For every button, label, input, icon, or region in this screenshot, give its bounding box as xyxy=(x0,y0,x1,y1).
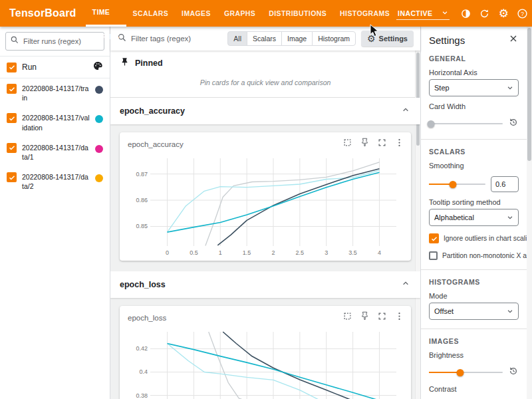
window-scrollbar[interactable] xyxy=(527,27,532,399)
run-checkbox[interactable] xyxy=(7,84,17,94)
epoch-accuracy-chart[interactable]: 00.511.522.533.540.850.860.87 xyxy=(126,153,404,258)
pin-card-icon[interactable] xyxy=(360,138,370,150)
svg-text:0: 0 xyxy=(166,249,169,256)
svg-text:0.4: 0.4 xyxy=(139,368,148,375)
run-color-dot xyxy=(95,174,103,182)
help-icon[interactable]: ? xyxy=(515,5,530,22)
svg-text:1.5: 1.5 xyxy=(243,249,251,256)
tab-images[interactable]: IMAGES xyxy=(175,0,217,27)
slider-thumb[interactable] xyxy=(449,181,456,188)
svg-text:2.5: 2.5 xyxy=(296,249,305,256)
settings-button[interactable]: ⚙ Settings xyxy=(361,31,414,47)
reset-icon[interactable] xyxy=(508,117,519,130)
run-row-train[interactable]: 20220808-141317/train xyxy=(0,78,110,108)
app-header: TensorBoard TIME SERIES SCALARS IMAGES G… xyxy=(0,0,532,27)
run-checkbox[interactable] xyxy=(7,143,17,153)
chip-all[interactable]: All xyxy=(227,31,247,46)
run-color-dot xyxy=(95,145,103,153)
pin-icon xyxy=(120,57,130,69)
gear-icon: ⚙ xyxy=(367,33,376,44)
pinned-empty-message: Pin cards for a quick view and compariso… xyxy=(120,69,411,97)
chip-scalars[interactable]: Scalars xyxy=(247,31,282,46)
palette-icon[interactable] xyxy=(92,61,103,74)
close-icon[interactable] xyxy=(508,33,519,47)
section-title: epoch_accuracy xyxy=(120,106,185,116)
reset-icon[interactable] xyxy=(508,366,519,379)
settings-gear-icon[interactable]: ⚙ xyxy=(496,5,511,22)
chart-card-epoch-accuracy: epoch_accuracy 00.511.522.533.540.850.86… xyxy=(120,132,411,261)
svg-text:1: 1 xyxy=(219,249,222,256)
chip-image[interactable]: Image xyxy=(281,31,313,46)
slider-thumb[interactable] xyxy=(456,369,464,376)
tag-filter-input[interactable] xyxy=(131,35,222,43)
chevron-up-icon[interactable] xyxy=(400,104,411,118)
kebab-menu-icon[interactable] xyxy=(394,138,404,150)
pinned-title: Pinned xyxy=(135,59,163,68)
chart-card-title: epoch_accuracy xyxy=(128,140,184,148)
run-checkbox[interactable] xyxy=(7,113,17,123)
reload-status-select[interactable]: INACTIVE xyxy=(396,7,450,20)
tab-scalars[interactable]: SCALARS xyxy=(126,0,176,27)
section-header-epoch-accuracy[interactable]: epoch_accuracy xyxy=(110,98,420,124)
run-row-validation[interactable]: 20220808-141317/validation xyxy=(0,108,110,137)
pin-card-icon[interactable] xyxy=(360,311,370,324)
fullscreen-icon[interactable] xyxy=(377,311,387,324)
theme-toggle-icon[interactable] xyxy=(458,5,473,22)
histograms-heading: HISTOGRAMS xyxy=(429,278,519,286)
epoch-loss-chart[interactable]: 00.511.522.533.540.360.380.40.42 xyxy=(126,327,404,399)
run-checkbox[interactable] xyxy=(7,172,17,182)
chevron-up-icon[interactable] xyxy=(400,278,411,291)
svg-text:?: ? xyxy=(521,10,524,17)
ignore-outliers-row[interactable]: Ignore outliers in chart scaling xyxy=(429,233,519,243)
fit-to-data-icon[interactable] xyxy=(342,138,352,150)
fit-to-data-icon[interactable] xyxy=(342,311,352,324)
tab-time-series[interactable]: TIME SERIES xyxy=(86,0,126,27)
section-title: epoch_loss xyxy=(120,280,166,289)
kebab-menu-icon[interactable] xyxy=(394,311,404,324)
run-row-data-1[interactable]: 20220808-141317/data/1 xyxy=(0,138,110,167)
card-width-slider[interactable] xyxy=(429,123,503,124)
scrollbar-thumb[interactable] xyxy=(527,28,531,161)
histogram-mode-value: Offset xyxy=(434,307,454,315)
cards-scroll-area[interactable]: Pinned Pin cards for a quick view and co… xyxy=(110,51,420,399)
histogram-mode-select[interactable]: Offset xyxy=(429,303,519,320)
svg-text:0.42: 0.42 xyxy=(136,345,148,352)
svg-text:4: 4 xyxy=(378,249,381,256)
partition-x-axis-row[interactable]: Partition non-monotonic X axis xyxy=(429,251,519,261)
refresh-icon[interactable] xyxy=(477,5,492,22)
settings-panel-title: Settings xyxy=(429,35,465,46)
chart-card-epoch-loss: epoch_loss 00.511.522.533.540.360.380.40… xyxy=(120,306,411,399)
tooltip-sorting-label: Tooltip sorting method xyxy=(429,198,519,206)
fullscreen-icon[interactable] xyxy=(377,138,387,150)
tab-distributions[interactable]: DISTRIBUTIONS xyxy=(262,0,333,27)
chip-histogram[interactable]: Histogram xyxy=(312,31,356,46)
horizontal-axis-label: Horizontal Axis xyxy=(429,68,519,76)
run-filter-input[interactable] xyxy=(23,37,100,45)
brightness-slider[interactable] xyxy=(429,372,503,373)
section-body-epoch-loss: epoch_loss 00.511.522.533.540.360.380.40… xyxy=(110,298,420,399)
run-row-data-2[interactable]: 20220808-141317/data/2 xyxy=(0,167,110,196)
section-header-epoch-loss[interactable]: epoch_loss xyxy=(110,271,420,298)
brightness-label: Brightness xyxy=(429,351,519,359)
svg-text:0.87: 0.87 xyxy=(136,171,148,178)
settings-panel: Settings GENERAL Horizontal Axis Step Ca… xyxy=(420,27,527,399)
horizontal-axis-select[interactable]: Step xyxy=(429,79,519,96)
tab-histograms[interactable]: HISTOGRAMS xyxy=(333,0,396,27)
settings-button-label: Settings xyxy=(379,35,408,43)
tab-graphs[interactable]: GRAPHS xyxy=(217,0,262,27)
select-all-runs-checkbox[interactable] xyxy=(7,63,17,72)
smoothing-slider[interactable] xyxy=(429,184,485,185)
run-label: 20220808-141317/validation xyxy=(22,113,90,132)
card-width-label: Card Width xyxy=(429,102,519,110)
run-filter-box xyxy=(5,32,104,51)
ignore-outliers-label: Ignore outliers in chart scaling xyxy=(444,235,527,242)
smoothing-value-input[interactable] xyxy=(491,176,519,192)
partition-x-axis-checkbox[interactable] xyxy=(429,251,438,260)
tooltip-sorting-select[interactable]: Alphabetical xyxy=(429,209,519,226)
ignore-outliers-checkbox[interactable] xyxy=(429,233,439,243)
slider-thumb[interactable] xyxy=(428,120,435,128)
svg-text:0.38: 0.38 xyxy=(136,392,148,399)
run-label: 20220808-141317/data/1 xyxy=(22,143,90,162)
runs-header-row: Run xyxy=(0,56,110,78)
main-toolbar: All Scalars Image Histogram ⚙ Settings xyxy=(110,27,420,51)
